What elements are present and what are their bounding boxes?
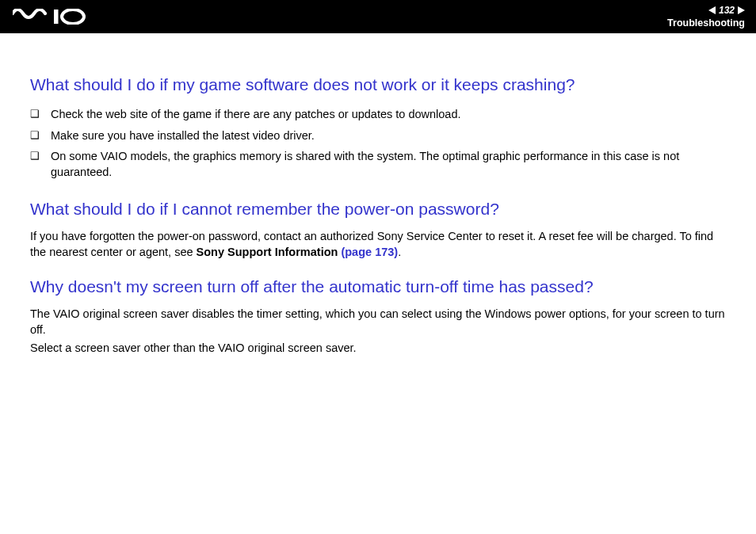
page-link[interactable]: (page 173) xyxy=(341,246,398,258)
bullet-text: Make sure you have installed the latest … xyxy=(51,128,726,143)
section-label: Troubleshooting xyxy=(667,17,745,29)
heading-power-on-password: What should I do if I cannot remember th… xyxy=(30,197,726,220)
list-item: ❑ On some VAIO models, the graphics memo… xyxy=(30,146,726,183)
page-number: 132 xyxy=(719,5,735,16)
bullet-list: ❑ Check the web site of the game if ther… xyxy=(30,104,726,182)
heading-game-software: What should I do if my game software doe… xyxy=(30,73,726,96)
header-bar: 132 Troubleshooting xyxy=(0,0,756,33)
heading-screen-turnoff: Why doesn't my screen turn off after the… xyxy=(30,275,726,298)
bullet-text: On some VAIO models, the graphics memory… xyxy=(51,148,726,181)
prev-page-arrow-icon[interactable] xyxy=(708,6,716,14)
paragraph: If you have forgotten the power-on passw… xyxy=(30,228,726,261)
list-item: ❑ Make sure you have installed the lates… xyxy=(30,125,726,146)
bullet-icon: ❑ xyxy=(30,148,51,163)
paragraph: Select a screen saver other than the VAI… xyxy=(30,340,726,356)
para-text: . xyxy=(398,246,401,258)
bullet-icon: ❑ xyxy=(30,128,51,143)
svg-point-1 xyxy=(62,10,84,24)
header-right: 132 Troubleshooting xyxy=(667,5,745,29)
paragraph: The VAIO original screen saver disables … xyxy=(30,306,726,338)
list-item: ❑ Check the web site of the game if ther… xyxy=(30,104,726,124)
svg-rect-0 xyxy=(54,10,59,24)
vaio-logo-svg xyxy=(13,9,90,25)
page-content: What should I do if my game software doe… xyxy=(0,33,756,356)
page-navigation: 132 xyxy=(708,5,745,16)
link-bold-text: Sony Support Information xyxy=(197,246,342,258)
bullet-icon: ❑ xyxy=(30,106,51,121)
bullet-text: Check the web site of the game if there … xyxy=(51,106,726,122)
vaio-logo xyxy=(13,0,90,33)
next-page-arrow-icon[interactable] xyxy=(738,6,745,14)
